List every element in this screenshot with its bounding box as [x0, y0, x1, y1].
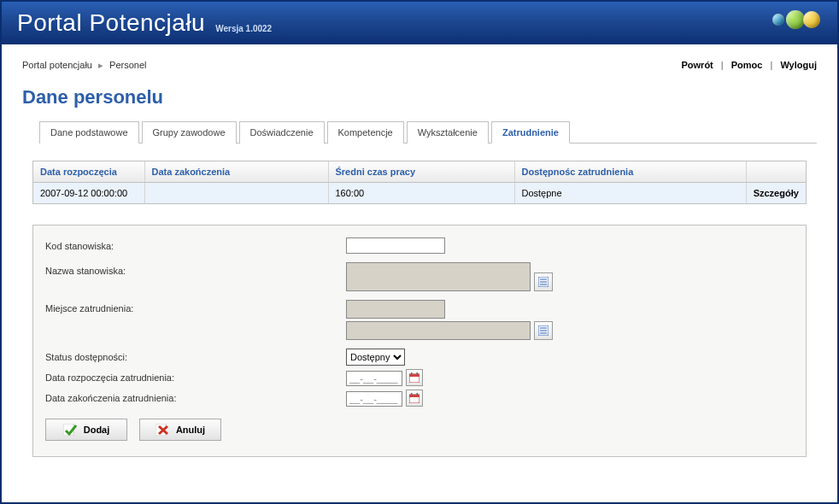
orb-icon [786, 10, 805, 29]
label-status: Status dostępności: [45, 349, 346, 362]
cancel-button[interactable]: Anuluj [139, 419, 221, 441]
add-button[interactable]: Dodaj [45, 419, 127, 441]
add-button-label: Dodaj [84, 425, 110, 435]
calendar-icon [409, 372, 420, 383]
list-icon [538, 277, 549, 287]
data-end-calendar-button[interactable] [406, 390, 423, 407]
miejsce-lookup-button[interactable] [534, 321, 553, 340]
label-miejsce: Miejsce zatrudnienia: [45, 300, 346, 314]
td-avail: Dostępne [514, 183, 746, 204]
svg-rect-10 [411, 372, 413, 375]
kod-input[interactable] [346, 237, 445, 254]
page-title: Dane personelu [22, 86, 817, 108]
link-separator: | [721, 60, 724, 70]
list-icon [538, 325, 549, 336]
table-row: 2007-09-12 00:00:00 160:00 Dostępne Szcz… [33, 183, 806, 204]
svg-rect-13 [409, 395, 420, 397]
header-logo-orbs [772, 10, 820, 29]
miejsce-readonly-name [346, 321, 531, 340]
svg-rect-15 [417, 393, 419, 396]
svg-rect-14 [411, 393, 413, 396]
table-header-row: Data rozpoczęcia Data zakończenia Średni… [33, 161, 806, 183]
label-data-start: Data rozpoczęcia zatrudnienia: [45, 369, 346, 383]
th-avail: Dostępnośc zatrudnienia [514, 161, 746, 183]
orb-icon [803, 11, 820, 28]
help-link[interactable]: Pomoc [731, 60, 763, 70]
details-link[interactable]: Szczegóły [746, 183, 806, 204]
tab-doswiadczenie[interactable]: Doświadczenie [239, 121, 325, 144]
td-avg: 160:00 [328, 183, 514, 204]
orb-icon [772, 14, 784, 26]
label-data-end: Data zakończenia zatrudnienia: [45, 390, 346, 403]
breadcrumb-root[interactable]: Portal potencjału [22, 60, 92, 70]
tab-grupy-zawodowe[interactable]: Grupy zawodowe [142, 121, 237, 144]
nazwa-readonly [346, 262, 531, 291]
data-start-calendar-button[interactable] [406, 369, 423, 386]
app-version: Wersja 1.0022 [215, 24, 272, 33]
cancel-button-label: Anuluj [176, 425, 205, 435]
svg-rect-11 [417, 372, 419, 375]
app-title: Portal Potencjału [17, 9, 205, 37]
label-nazwa: Nazwa stanowiska: [45, 262, 346, 276]
breadcrumb: Portal potencjału ▸ Personel [22, 60, 147, 71]
nazwa-lookup-button[interactable] [534, 273, 553, 291]
data-end-input[interactable] [346, 391, 402, 407]
label-kod: Kod stanowiska: [45, 237, 346, 251]
link-separator: | [771, 60, 773, 70]
back-link[interactable]: Powrót [681, 60, 713, 70]
app-header: Portal Potencjału Wersja 1.0022 [2, 2, 837, 44]
logout-link[interactable]: Wyloguj [780, 60, 817, 70]
td-end [144, 183, 328, 204]
svg-rect-9 [409, 374, 420, 377]
employment-table: Data rozpoczęcia Data zakończenia Średni… [32, 161, 807, 204]
th-start: Data rozpoczęcia [33, 161, 144, 183]
td-start: 2007-09-12 00:00:00 [33, 183, 144, 204]
breadcrumb-current: Personel [109, 60, 146, 70]
th-avg: Średni czas pracy [328, 161, 514, 183]
tabs: Dane podstawowe Grupy zawodowe Doświadcz… [39, 120, 817, 144]
top-links: Powrót | Pomoc | Wyloguj [681, 60, 817, 71]
data-start-input[interactable] [346, 371, 402, 386]
status-select[interactable]: Dostępny [346, 349, 405, 366]
th-end: Data zakończenia [144, 161, 328, 183]
tab-dane-podstawowe[interactable]: Dane podstawowe [39, 121, 139, 144]
tab-zatrudnienie[interactable]: Zatrudnienie [491, 121, 570, 144]
th-details [746, 161, 806, 183]
tab-wyksztalcenie[interactable]: Wykształcenie [407, 121, 489, 144]
employment-form: Kod stanowiska: Nazwa stanowiska: [32, 225, 807, 457]
cross-icon [155, 424, 169, 436]
checkmark-icon [63, 424, 77, 436]
miejsce-readonly-code [346, 300, 445, 319]
tab-kompetencje[interactable]: Kompetencje [327, 121, 404, 144]
breadcrumb-separator-icon: ▸ [98, 60, 103, 70]
calendar-icon [409, 393, 420, 403]
